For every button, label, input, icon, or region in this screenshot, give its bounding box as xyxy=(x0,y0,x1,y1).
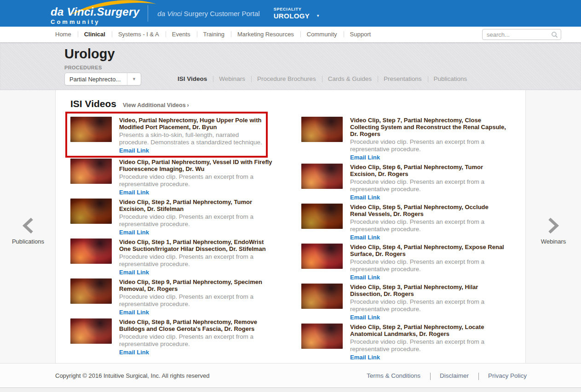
chevron-down-icon[interactable]: ▼ xyxy=(127,73,141,85)
email-link[interactable]: Email Link xyxy=(119,147,149,154)
resource-tab[interactable]: Webinars xyxy=(213,74,251,84)
video-thumbnail[interactable] xyxy=(70,239,112,264)
site-footer: Copyright © 2016 Intuitive Surgical, Inc… xyxy=(0,363,581,387)
main-nav: Home Clinical Systems - I & A Events Tra… xyxy=(0,27,581,42)
pager-previous-publications[interactable]: Publications xyxy=(8,218,48,245)
nav-item[interactable]: Home xyxy=(49,27,78,42)
main-content: Publications ISI Videos View Additional … xyxy=(0,90,581,363)
nav-item[interactable]: Clinical xyxy=(78,27,112,42)
resource-tab[interactable]: ISI Videos xyxy=(172,74,213,84)
video-list-item: Video Clip, Step 3, Partial Nephrectomy,… xyxy=(301,284,506,321)
view-additional-videos-link[interactable]: View Additional Videos› xyxy=(123,102,189,108)
video-description: Procedure video clip. Presents an excerp… xyxy=(350,298,506,313)
procedures-dropdown-value: Partial Nephrecto... xyxy=(65,76,127,83)
video-thumbnail[interactable] xyxy=(301,164,343,189)
video-list-item: Video Clip, Step 2, Partial Nephrectomy,… xyxy=(70,199,275,236)
nav-item[interactable]: Community xyxy=(300,27,344,42)
portal-title: da Vinci Surgery Customer Portal xyxy=(157,10,259,17)
email-link[interactable]: Email Link xyxy=(350,154,380,161)
video-title[interactable]: Video Clip, Partial Nephrectomy, Vessel … xyxy=(119,159,275,172)
site-logo[interactable]: da Vinci.Surgery Community xyxy=(51,2,139,25)
video-description: Procedure video clip. Presents an excerp… xyxy=(350,138,506,153)
video-title[interactable]: Video Clip, Step 9, Partial Nephrectomy,… xyxy=(119,278,275,292)
video-thumbnail[interactable] xyxy=(70,117,112,142)
nav-item[interactable]: Support xyxy=(344,27,378,42)
nav-item[interactable]: Training xyxy=(197,27,231,42)
isi-videos-panel: ISI Videos View Additional Videos› Video… xyxy=(55,90,526,363)
chevron-right-icon xyxy=(547,218,559,233)
video-thumbnail[interactable] xyxy=(70,199,112,224)
video-title[interactable]: Video Clip, Step 5, Partial Nephrectomy,… xyxy=(350,204,506,217)
video-title[interactable]: Video Clip, Step 8, Partial Nephrectomy,… xyxy=(119,318,275,332)
footer-links: Terms & Conditions Disclaimer Privacy Po… xyxy=(357,372,527,379)
resource-tab[interactable]: Presentations xyxy=(378,74,428,84)
video-description: Procedure video clip. Presents an excerp… xyxy=(119,293,275,308)
video-description: Presents a skin-to-skin, full-length, na… xyxy=(119,131,263,146)
email-link[interactable]: Email Link xyxy=(119,269,149,276)
video-title[interactable]: Video Clip, Step 7, Partial Nephrectomy,… xyxy=(350,117,506,137)
video-column-right: Video Clip, Step 7, Partial Nephrectomy,… xyxy=(301,117,506,364)
email-link[interactable]: Email Link xyxy=(119,349,149,356)
hero-band: Urology PROCEDURES Partial Nephrecto... … xyxy=(0,42,581,90)
video-column-left: Video, Partial Nephrectomy, Huge Upper P… xyxy=(70,117,275,364)
email-link[interactable]: Email Link xyxy=(119,309,149,316)
footer-link[interactable]: Terms & Conditions xyxy=(357,372,430,379)
bottom-strip xyxy=(0,387,581,392)
footer-link[interactable]: Privacy Policy xyxy=(478,372,527,379)
pager-next-webinars[interactable]: Webinars xyxy=(533,218,574,245)
footer-link[interactable]: Disclaimer xyxy=(430,372,478,379)
email-link[interactable]: Email Link xyxy=(350,314,380,321)
procedures-label: PROCEDURES xyxy=(64,65,581,70)
page-title: Urology xyxy=(64,46,581,62)
site-header: da Vinci.Surgery Community da Vinci Surg… xyxy=(0,0,581,27)
video-title[interactable]: Video, Partial Nephrectomy, Huge Upper P… xyxy=(119,117,263,131)
video-description: Procedure video clip. Presents an excerp… xyxy=(119,213,275,228)
resource-tab[interactable]: Cards & Guides xyxy=(322,74,378,84)
video-description: Procedure video clip. Presents an excerp… xyxy=(119,173,275,188)
resource-tab[interactable]: Publications xyxy=(428,74,473,84)
speciality-dropdown[interactable]: SPECIALITY UROLOGY ▼ xyxy=(274,7,320,20)
video-title[interactable]: Video Clip, Step 2, Partial Nephrectomy,… xyxy=(350,324,506,337)
resource-tabs: ISI Videos Webinars Procedure Brochures … xyxy=(172,74,473,84)
video-list-item: Video Clip, Step 7, Partial Nephrectomy,… xyxy=(301,117,506,161)
procedures-dropdown[interactable]: Partial Nephrecto... ▼ xyxy=(64,73,141,85)
video-title[interactable]: Video Clip, Step 2, Partial Nephrectomy,… xyxy=(119,199,275,212)
speciality-label: SPECIALITY xyxy=(274,7,320,12)
email-link[interactable]: Email Link xyxy=(350,234,380,241)
email-link[interactable]: Email Link xyxy=(350,274,380,281)
nav-item[interactable]: Events xyxy=(166,27,197,42)
nav-item[interactable]: Systems - I & A xyxy=(112,27,166,42)
video-list-item: Video Clip, Step 1, Partial Nephrectomy,… xyxy=(70,239,275,276)
video-description: Procedure video clip. Presents an excerp… xyxy=(350,178,506,193)
search-icon[interactable] xyxy=(551,31,558,38)
video-title[interactable]: Video Clip, Step 1, Partial Nephrectomy,… xyxy=(119,239,275,252)
copyright-text: Copyright © 2016 Intuitive Surgical, Inc… xyxy=(55,372,209,379)
video-title[interactable]: Video Clip, Step 6, Partial Nephrectomy,… xyxy=(350,164,506,177)
nav-item[interactable]: Marketing Resources xyxy=(231,27,300,42)
video-thumbnail[interactable] xyxy=(301,324,343,349)
email-link[interactable]: Email Link xyxy=(350,354,380,361)
video-thumbnail[interactable] xyxy=(70,159,112,184)
video-thumbnail[interactable] xyxy=(301,204,343,229)
video-title[interactable]: Video Clip, Step 3, Partial Nephrectomy,… xyxy=(350,284,506,297)
video-thumbnail[interactable] xyxy=(301,244,343,269)
video-thumbnail[interactable] xyxy=(70,318,112,344)
video-thumbnail[interactable] xyxy=(70,278,112,304)
video-thumbnail[interactable] xyxy=(301,117,343,142)
email-link[interactable]: Email Link xyxy=(350,194,380,201)
chevron-left-icon xyxy=(22,218,34,233)
resource-tab[interactable]: Procedure Brochures xyxy=(251,74,322,84)
video-list-item: Video Clip, Step 4, Partial Nephrectomy,… xyxy=(301,244,506,281)
email-link[interactable]: Email Link xyxy=(119,229,149,236)
video-list-item: Video Clip, Step 8, Partial Nephrectomy,… xyxy=(70,318,275,356)
video-list-item: Video Clip, Step 6, Partial Nephrectomy,… xyxy=(301,164,506,201)
video-description: Procedure video clip. Presents an excerp… xyxy=(350,258,506,273)
video-title[interactable]: Video Clip, Step 4, Partial Nephrectomy,… xyxy=(350,244,506,257)
video-thumbnail[interactable] xyxy=(301,284,343,309)
search-input[interactable] xyxy=(483,29,561,40)
video-list-item: Video Clip, Step 2, Partial Nephrectomy,… xyxy=(301,324,506,361)
video-description: Procedure video clip. Presents an excerp… xyxy=(119,253,275,268)
email-link[interactable]: Email Link xyxy=(119,189,149,196)
speciality-value: UROLOGY xyxy=(274,12,310,20)
brand-subtitle: Community xyxy=(51,18,139,25)
